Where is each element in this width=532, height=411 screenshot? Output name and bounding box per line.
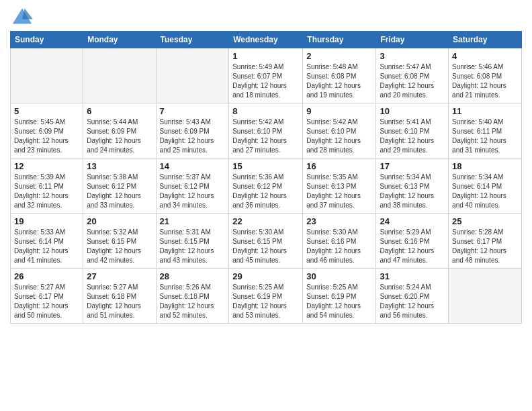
weekday-header-wednesday: Wednesday — [229, 32, 303, 48]
day-cell: 14Sunrise: 5:37 AMSunset: 6:12 PMDayligh… — [156, 158, 229, 214]
week-row-2: 5Sunrise: 5:45 AMSunset: 6:09 PMDaylight… — [11, 103, 522, 158]
day-cell: 9Sunrise: 5:42 AMSunset: 6:10 PMDaylight… — [303, 103, 376, 158]
day-info: Sunrise: 5:24 AMSunset: 6:20 PMDaylight:… — [380, 283, 445, 320]
day-cell: 13Sunrise: 5:38 AMSunset: 6:12 PMDayligh… — [83, 158, 156, 214]
day-cell: 26Sunrise: 5:27 AMSunset: 6:17 PMDayligh… — [11, 269, 83, 324]
calendar-container: SundayMondayTuesdayWednesdayThursdayFrid… — [0, 0, 532, 411]
day-cell: 31Sunrise: 5:24 AMSunset: 6:20 PMDayligh… — [376, 269, 449, 324]
day-info: Sunrise: 5:44 AMSunset: 6:09 PMDaylight:… — [87, 118, 152, 155]
day-number: 15 — [232, 161, 299, 171]
weekday-header-friday: Friday — [376, 32, 449, 48]
day-info: Sunrise: 5:42 AMSunset: 6:10 PMDaylight:… — [232, 118, 299, 155]
day-number: 8 — [232, 106, 299, 116]
day-info: Sunrise: 5:27 AMSunset: 6:17 PMDaylight:… — [14, 283, 79, 320]
day-cell: 4Sunrise: 5:46 AMSunset: 6:08 PMDaylight… — [449, 48, 522, 103]
day-number: 30 — [306, 271, 372, 281]
weekday-header-tuesday: Tuesday — [156, 32, 229, 48]
day-cell: 6Sunrise: 5:44 AMSunset: 6:09 PMDaylight… — [83, 103, 156, 158]
day-number: 3 — [380, 51, 445, 61]
day-info: Sunrise: 5:39 AMSunset: 6:11 PMDaylight:… — [14, 173, 79, 210]
day-cell: 15Sunrise: 5:36 AMSunset: 6:12 PMDayligh… — [229, 158, 303, 214]
day-number: 27 — [87, 271, 152, 281]
day-number: 4 — [452, 51, 518, 61]
svg-marker-1 — [22, 8, 33, 19]
day-number: 2 — [306, 51, 372, 61]
logo — [10, 7, 33, 26]
day-cell: 16Sunrise: 5:35 AMSunset: 6:13 PMDayligh… — [303, 158, 376, 214]
day-cell — [449, 269, 522, 324]
day-info: Sunrise: 5:26 AMSunset: 6:18 PMDaylight:… — [160, 283, 226, 320]
day-number: 12 — [14, 161, 79, 171]
day-cell: 22Sunrise: 5:30 AMSunset: 6:15 PMDayligh… — [229, 214, 303, 269]
day-cell: 10Sunrise: 5:41 AMSunset: 6:10 PMDayligh… — [376, 103, 449, 158]
day-cell: 8Sunrise: 5:42 AMSunset: 6:10 PMDaylight… — [229, 103, 303, 158]
day-info: Sunrise: 5:33 AMSunset: 6:14 PMDaylight:… — [14, 228, 79, 265]
day-cell: 7Sunrise: 5:43 AMSunset: 6:09 PMDaylight… — [156, 103, 229, 158]
day-cell: 2Sunrise: 5:48 AMSunset: 6:08 PMDaylight… — [303, 48, 376, 103]
day-info: Sunrise: 5:32 AMSunset: 6:15 PMDaylight:… — [87, 228, 152, 265]
day-number: 22 — [232, 216, 299, 226]
day-number: 10 — [380, 106, 445, 116]
day-info: Sunrise: 5:38 AMSunset: 6:12 PMDaylight:… — [87, 173, 152, 210]
day-info: Sunrise: 5:25 AMSunset: 6:19 PMDaylight:… — [232, 283, 299, 320]
week-row-3: 12Sunrise: 5:39 AMSunset: 6:11 PMDayligh… — [11, 158, 522, 214]
day-info: Sunrise: 5:48 AMSunset: 6:08 PMDaylight:… — [306, 62, 372, 100]
day-cell: 5Sunrise: 5:45 AMSunset: 6:09 PMDaylight… — [11, 103, 83, 158]
weekday-header-row: SundayMondayTuesdayWednesdayThursdayFrid… — [11, 32, 522, 48]
week-row-5: 26Sunrise: 5:27 AMSunset: 6:17 PMDayligh… — [11, 269, 522, 324]
header — [10, 7, 522, 26]
week-row-1: 1Sunrise: 5:49 AMSunset: 6:07 PMDaylight… — [11, 48, 522, 103]
day-info: Sunrise: 5:36 AMSunset: 6:12 PMDaylight:… — [232, 173, 299, 210]
day-number: 25 — [452, 216, 518, 226]
day-cell: 19Sunrise: 5:33 AMSunset: 6:14 PMDayligh… — [11, 214, 83, 269]
day-info: Sunrise: 5:27 AMSunset: 6:18 PMDaylight:… — [87, 283, 152, 320]
day-cell — [83, 48, 156, 103]
day-info: Sunrise: 5:34 AMSunset: 6:13 PMDaylight:… — [380, 173, 445, 210]
day-number: 31 — [380, 271, 445, 281]
day-cell: 18Sunrise: 5:34 AMSunset: 6:14 PMDayligh… — [449, 158, 522, 214]
day-cell: 11Sunrise: 5:40 AMSunset: 6:11 PMDayligh… — [449, 103, 522, 158]
day-info: Sunrise: 5:31 AMSunset: 6:15 PMDaylight:… — [160, 228, 226, 265]
day-cell: 21Sunrise: 5:31 AMSunset: 6:15 PMDayligh… — [156, 214, 229, 269]
calendar-table: SundayMondayTuesdayWednesdayThursdayFrid… — [10, 31, 522, 324]
day-info: Sunrise: 5:45 AMSunset: 6:09 PMDaylight:… — [14, 118, 79, 155]
day-cell: 29Sunrise: 5:25 AMSunset: 6:19 PMDayligh… — [229, 269, 303, 324]
weekday-header-sunday: Sunday — [11, 32, 83, 48]
day-number: 23 — [306, 216, 372, 226]
day-number: 20 — [87, 216, 152, 226]
day-number: 21 — [160, 216, 226, 226]
day-info: Sunrise: 5:42 AMSunset: 6:10 PMDaylight:… — [306, 118, 372, 155]
day-cell: 20Sunrise: 5:32 AMSunset: 6:15 PMDayligh… — [83, 214, 156, 269]
day-cell — [156, 48, 229, 103]
day-info: Sunrise: 5:47 AMSunset: 6:08 PMDaylight:… — [380, 62, 445, 100]
day-number: 6 — [87, 106, 152, 116]
day-cell: 25Sunrise: 5:28 AMSunset: 6:17 PMDayligh… — [449, 214, 522, 269]
weekday-header-monday: Monday — [83, 32, 156, 48]
day-info: Sunrise: 5:29 AMSunset: 6:16 PMDaylight:… — [380, 228, 445, 265]
day-number: 5 — [14, 106, 79, 116]
day-number: 29 — [232, 271, 299, 281]
day-info: Sunrise: 5:43 AMSunset: 6:09 PMDaylight:… — [160, 118, 226, 155]
day-cell: 1Sunrise: 5:49 AMSunset: 6:07 PMDaylight… — [229, 48, 303, 103]
day-info: Sunrise: 5:49 AMSunset: 6:07 PMDaylight:… — [232, 62, 299, 100]
day-cell: 3Sunrise: 5:47 AMSunset: 6:08 PMDaylight… — [376, 48, 449, 103]
day-info: Sunrise: 5:30 AMSunset: 6:16 PMDaylight:… — [306, 228, 372, 265]
day-info: Sunrise: 5:28 AMSunset: 6:17 PMDaylight:… — [452, 228, 518, 265]
day-cell: 30Sunrise: 5:25 AMSunset: 6:19 PMDayligh… — [303, 269, 376, 324]
day-number: 9 — [306, 106, 372, 116]
day-info: Sunrise: 5:37 AMSunset: 6:12 PMDaylight:… — [160, 173, 226, 210]
day-cell: 28Sunrise: 5:26 AMSunset: 6:18 PMDayligh… — [156, 269, 229, 324]
logo-icon — [11, 7, 33, 26]
day-number: 28 — [160, 271, 226, 281]
day-info: Sunrise: 5:35 AMSunset: 6:13 PMDaylight:… — [306, 173, 372, 210]
day-info: Sunrise: 5:46 AMSunset: 6:08 PMDaylight:… — [452, 62, 518, 100]
week-row-4: 19Sunrise: 5:33 AMSunset: 6:14 PMDayligh… — [11, 214, 522, 269]
day-cell: 24Sunrise: 5:29 AMSunset: 6:16 PMDayligh… — [376, 214, 449, 269]
day-cell: 27Sunrise: 5:27 AMSunset: 6:18 PMDayligh… — [83, 269, 156, 324]
day-info: Sunrise: 5:25 AMSunset: 6:19 PMDaylight:… — [306, 283, 372, 320]
day-number: 7 — [160, 106, 226, 116]
day-number: 18 — [452, 161, 518, 171]
day-info: Sunrise: 5:34 AMSunset: 6:14 PMDaylight:… — [452, 173, 518, 210]
day-number: 26 — [14, 271, 79, 281]
day-info: Sunrise: 5:30 AMSunset: 6:15 PMDaylight:… — [232, 228, 299, 265]
